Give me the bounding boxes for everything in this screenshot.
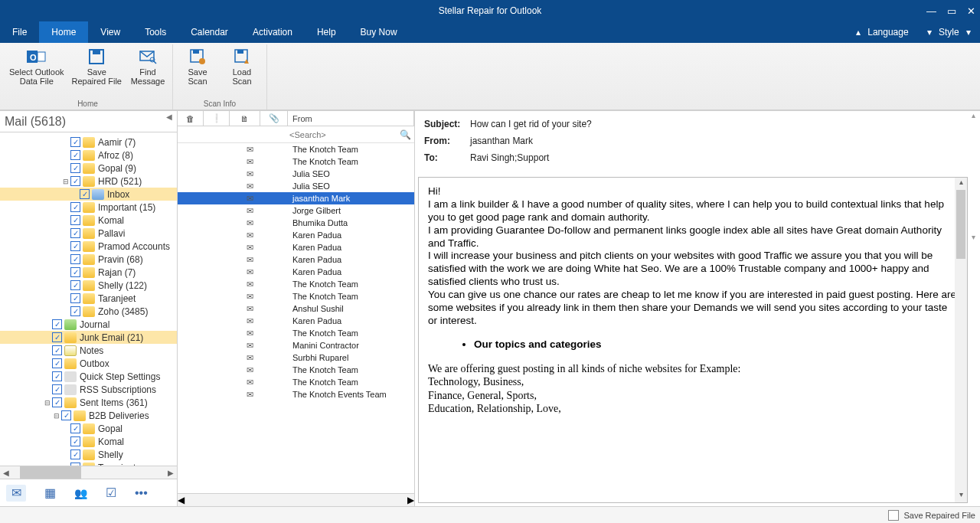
preview-body-container: Hi! I am a link builder & I have a good … <box>418 177 968 503</box>
tab-calendar[interactable]: Calendar <box>178 21 240 43</box>
tree-item[interactable]: ✓Aamir (7) <box>0 136 177 149</box>
ribbon-group-home: Home <box>6 100 169 110</box>
message-row[interactable]: ✉Anshul Sushil <box>178 302 414 315</box>
tree-item[interactable]: ✓Inbox <box>0 188 177 201</box>
tab-view[interactable]: View <box>88 21 132 43</box>
message-row[interactable]: ✉Manini Contractor <box>178 339 414 351</box>
people-nav-icon[interactable]: 👥 <box>74 487 87 499</box>
folder-tree[interactable]: ✓Aamir (7)✓Afroz (8)✓Gopal (9)⊟✓HRD (521… <box>0 132 177 466</box>
tree-item[interactable]: ✓Important (15) <box>0 201 177 214</box>
tree-item[interactable]: ✓Journal <box>0 318 177 331</box>
message-row[interactable]: ✉The Knotch Team <box>178 143 414 155</box>
load-scan-icon <box>231 47 253 66</box>
tree-item[interactable]: ✓Gopal <box>0 422 177 435</box>
collapse-pane-button[interactable]: ◀ <box>166 113 172 121</box>
col-attachment-icon[interactable]: 📎 <box>260 111 288 126</box>
tab-home[interactable]: Home <box>39 21 88 43</box>
message-row[interactable]: ✉Karen Padua <box>178 315 414 327</box>
calendar-nav-icon[interactable]: ▦ <box>44 485 56 500</box>
save-scan-icon <box>187 47 208 66</box>
maximize-button[interactable]: ▭ <box>947 5 956 17</box>
load-scan-button[interactable]: Load Scan <box>220 46 263 87</box>
save-status-icon[interactable] <box>888 510 899 521</box>
tree-item[interactable]: ✓Pravin (68) <box>0 253 177 266</box>
save-scan-button[interactable]: Save Scan <box>176 46 219 87</box>
message-row[interactable]: ✉Karen Padua <box>178 241 414 253</box>
tree-item[interactable]: ✓Komal <box>0 214 177 227</box>
envelope-icon: ✉ <box>234 255 265 265</box>
message-row[interactable]: ✉The Knotch Team <box>178 364 414 376</box>
tasks-nav-icon[interactable]: ☑ <box>106 485 116 500</box>
more-nav-icon[interactable]: ••• <box>135 486 148 500</box>
minimize-button[interactable]: ― <box>926 5 936 17</box>
tree-item[interactable]: ⊟✓HRD (521) <box>0 175 177 188</box>
tree-item[interactable]: ✓Afroz (8) <box>0 149 177 162</box>
tree-item[interactable]: ✓Notes <box>0 344 177 357</box>
status-save-label[interactable]: Save Repaired File <box>903 511 975 520</box>
message-row[interactable]: ✉Karen Padua <box>178 266 414 278</box>
message-row[interactable]: ✉Karen Padua <box>178 253 414 266</box>
envelope-icon: ✉ <box>234 378 265 387</box>
folder-hscroll[interactable]: ◀▶ <box>0 466 177 479</box>
tab-tools[interactable]: Tools <box>132 21 178 43</box>
tree-item[interactable]: ⊟✓Sent Items (361) <box>0 396 177 409</box>
message-row[interactable]: ✉The Knotch Team <box>178 155 414 168</box>
col-importance-icon[interactable]: ❕ <box>204 111 230 126</box>
message-hscroll[interactable]: ◀▶ <box>178 493 414 506</box>
save-repaired-file-button[interactable]: Save Repaired File <box>69 46 125 87</box>
message-row[interactable]: ✉The Knotch Team <box>178 290 414 302</box>
tree-item[interactable]: ✓Shelly <box>0 448 177 461</box>
preview-header: Subject:How can I get rid of your site? … <box>415 111 980 174</box>
tree-item[interactable]: ✓RSS Subscriptions <box>0 383 177 396</box>
tab-help[interactable]: Help <box>305 21 348 43</box>
language-menu[interactable]: ▴ Language <box>851 27 918 38</box>
tree-item[interactable]: ✓Outbox <box>0 357 177 370</box>
tree-item[interactable]: ✓Komal <box>0 435 177 448</box>
message-row[interactable]: ✉The Knotch Team <box>178 327 414 339</box>
message-list[interactable]: ✉The Knotch Team✉The Knotch Team✉Julia S… <box>178 143 414 493</box>
message-row[interactable]: ✉The Knotch Team <box>178 376 414 388</box>
close-button[interactable]: ✕ <box>967 5 975 17</box>
find-message-button[interactable]: Find Message <box>126 46 169 87</box>
message-row[interactable]: ✉Karen Padua <box>178 229 414 241</box>
envelope-icon: ✉ <box>234 279 265 289</box>
tab-buynow[interactable]: Buy Now <box>348 21 410 43</box>
tree-item[interactable]: ✓Junk Email (21) <box>0 331 177 344</box>
tree-item[interactable]: ⊟✓B2B Deliveries <box>0 409 177 422</box>
search-input[interactable] <box>285 130 400 139</box>
tree-item[interactable]: ✓Taranjeet <box>0 292 177 305</box>
tree-item[interactable]: ✓Gopal (9) <box>0 162 177 175</box>
message-list-header: 🗑 ❕ 🗎 📎 From <box>178 111 414 126</box>
tree-item[interactable]: ✓Zoho (3485) <box>0 305 177 318</box>
tree-item[interactable]: ✓Pramod Accounts <box>0 240 177 253</box>
folder-pane: Mail (5618) ◀ ✓Aamir (7)✓Afroz (8)✓Gopal… <box>0 111 178 506</box>
message-row[interactable]: ✉The Knotch Team <box>178 278 414 290</box>
style-menu[interactable]: ▾ Style ▾ <box>923 27 975 38</box>
message-row[interactable]: ✉jasanthan Mark <box>178 192 414 204</box>
header-vscroll[interactable]: ▴▾ <box>968 111 978 241</box>
tree-item[interactable]: ✓Taranjeet <box>0 461 177 466</box>
message-row[interactable]: ✉Surbhi Ruparel <box>178 351 414 364</box>
tab-file[interactable]: File <box>0 21 39 43</box>
message-row[interactable]: ✉Julia SEO <box>178 168 414 180</box>
select-outlook-data-file-button[interactable]: O Select Outlook Data File <box>6 46 67 87</box>
tab-activation[interactable]: Activation <box>240 21 305 43</box>
search-icon[interactable]: 🔍 <box>400 129 411 140</box>
preview-vscroll[interactable]: ▴▾ <box>955 178 967 502</box>
preview-body: Hi! I am a link builder & I have a good … <box>419 178 967 423</box>
message-row[interactable]: ✉Julia SEO <box>178 180 414 192</box>
tree-item[interactable]: ✓Pallavi <box>0 227 177 240</box>
tree-item[interactable]: ✓Quick Step Settings <box>0 370 177 383</box>
col-from[interactable]: From <box>288 111 414 126</box>
message-row[interactable]: ✉The Knotch Events Team <box>178 388 414 400</box>
preview-pane: Subject:How can I get rid of your site? … <box>415 111 980 506</box>
tree-item[interactable]: ✓Shelly (122) <box>0 279 177 292</box>
message-row[interactable]: ✉Bhumika Dutta <box>178 217 414 229</box>
col-type-icon[interactable]: 🗎 <box>230 111 260 126</box>
tree-item[interactable]: ✓Rajan (7) <box>0 266 177 279</box>
message-list-pane: 🗑 ❕ 🗎 📎 From 🔍 ✉The Knotch Team✉The Knot… <box>178 111 415 506</box>
envelope-icon: ✉ <box>234 218 265 228</box>
col-delete-icon[interactable]: 🗑 <box>178 111 204 126</box>
message-row[interactable]: ✉Jorge Gilbert <box>178 204 414 217</box>
mail-nav-icon[interactable]: ✉ <box>6 485 26 502</box>
